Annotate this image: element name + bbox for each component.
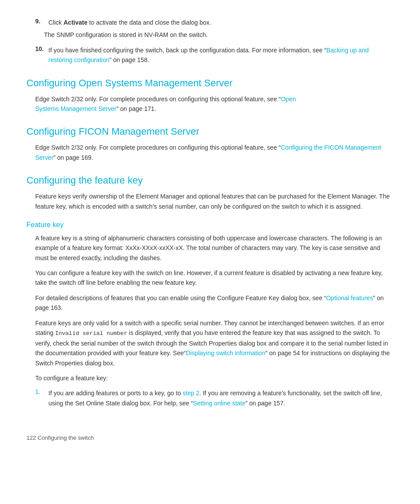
- step-9-content: Click Activate to activate the data and …: [48, 18, 394, 27]
- step-9-activate-word: Activate: [63, 19, 87, 26]
- ficon-heading: Configuring FICON Management Server: [26, 126, 394, 137]
- step1-content: If you are adding features or ports to a…: [48, 388, 394, 408]
- step-10-content: If you have finished configuring the swi…: [48, 45, 394, 65]
- page-footer: 122 Configuring the switch: [26, 434, 394, 441]
- optional-features-link[interactable]: Optional features: [326, 294, 373, 302]
- open-systems-body: Edge Switch 2/32 only. For complete proc…: [35, 94, 394, 114]
- setting-online-state-link[interactable]: Setting online state: [193, 400, 245, 407]
- step-9-text-after: to activate the data and close the dialo…: [88, 19, 211, 26]
- feature-key-subheading: Feature key: [26, 221, 394, 229]
- feature-key-para2: You can configure a feature key with the…: [35, 268, 394, 288]
- step-9-item: 9. Click Activate to activate the data a…: [35, 18, 394, 27]
- displaying-switch-link[interactable]: Displaying switch information: [186, 349, 265, 357]
- feature-key-para1: A feature key is a string of alphanumeri…: [35, 233, 394, 263]
- open-systems-heading: Configuring Open Systems Management Serv…: [26, 77, 394, 89]
- step-10-item: 10. If you have finished configuring the…: [35, 45, 394, 65]
- feature-key-para5: To configure a feature key:: [35, 373, 394, 383]
- step-9-number: 9.: [35, 18, 48, 27]
- step-9-subtext: The SNMP configuration is stored in NV-R…: [44, 30, 394, 40]
- step2-link[interactable]: step 2: [183, 390, 199, 397]
- ficon-body: Edge Switch 2/32 only. For complete proc…: [35, 143, 394, 162]
- feature-key-section-body: Feature keys verify ownership of the Ele…: [35, 191, 394, 211]
- feature-key-para3: For detailed descriptions of features th…: [35, 293, 394, 313]
- step1-number: 1.: [35, 388, 48, 408]
- feature-key-step1: 1. If you are adding features or ports t…: [35, 388, 394, 408]
- feature-key-para4: Feature keys are only valid for a switch…: [35, 318, 394, 368]
- open-systems-link[interactable]: OpenSystems Management Server: [35, 96, 296, 112]
- invalid-serial-mono: Invalid serial number: [55, 330, 127, 337]
- page-container: 9. Click Activate to activate the data a…: [0, 0, 420, 467]
- step-10-number: 10.: [35, 45, 48, 65]
- step-10-after: ” on page 158.: [110, 56, 149, 63]
- feature-key-section-heading: Configuring the feature key: [26, 175, 394, 186]
- step-9-text-before: Click: [48, 19, 63, 26]
- step-10-text: If you have finished configuring the swi…: [48, 47, 326, 54]
